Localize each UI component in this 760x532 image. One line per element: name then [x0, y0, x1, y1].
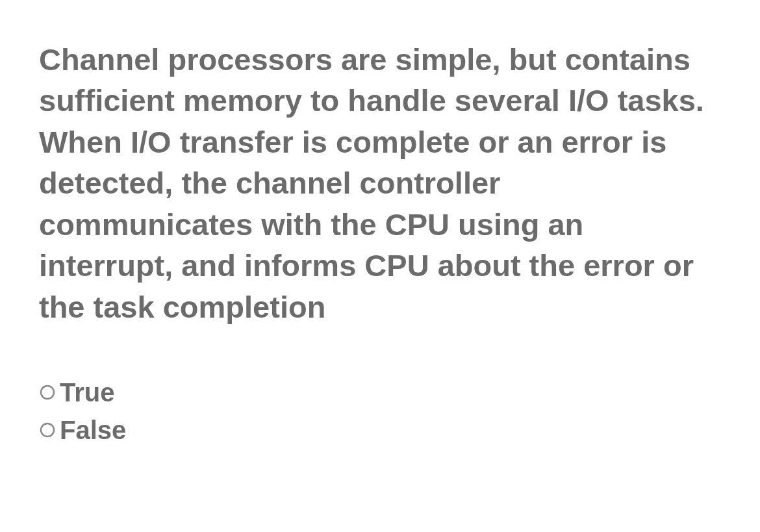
- options-group: True False: [39, 379, 721, 443]
- svg-point-0: [41, 386, 54, 399]
- option-false[interactable]: False: [39, 417, 721, 443]
- question-text: Channel processors are simple, but conta…: [39, 39, 721, 327]
- svg-point-1: [41, 424, 54, 437]
- option-label: False: [60, 417, 126, 443]
- radio-icon: [39, 384, 56, 401]
- option-label: True: [60, 379, 114, 405]
- radio-icon: [39, 422, 56, 438]
- option-true[interactable]: True: [39, 379, 721, 405]
